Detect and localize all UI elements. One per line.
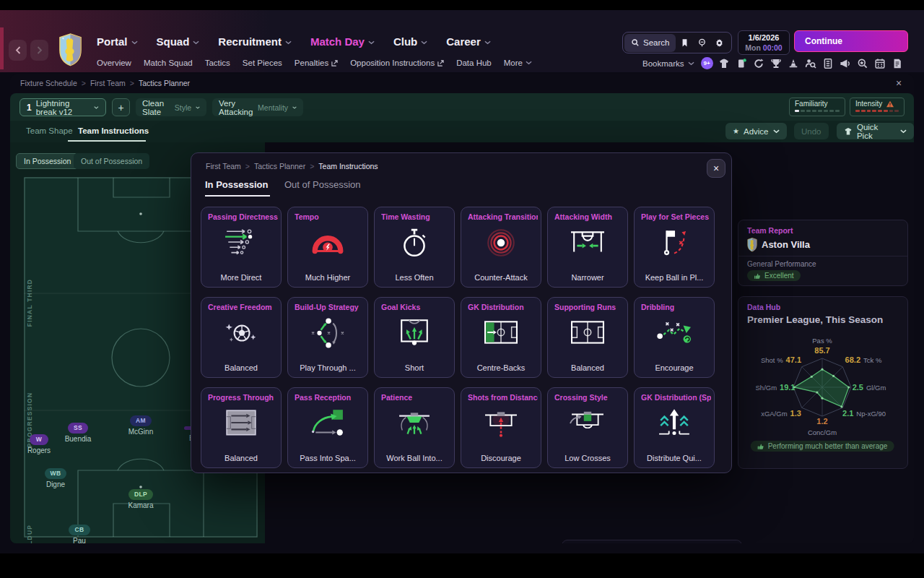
- club-crest-icon[interactable]: [58, 33, 82, 68]
- mentality-select[interactable]: Very Attacking Mentality: [212, 98, 303, 116]
- player-rogers[interactable]: WRogers: [10, 431, 71, 454]
- instruction-card-shots-distance[interactable]: Shots from DistanceDiscourage: [461, 387, 541, 468]
- breadcrumb-item-team-instructions[interactable]: Team Instructions: [318, 162, 378, 171]
- style-select[interactable]: Clean Slate Style: [136, 98, 206, 116]
- nav-item-squad[interactable]: Squad: [157, 35, 200, 48]
- subnav-item-tactics[interactable]: Tactics: [205, 59, 230, 67]
- subnav-item-more[interactable]: More: [504, 59, 532, 67]
- modal-tab-in-possession[interactable]: In Possession: [205, 179, 268, 190]
- nav-item-club[interactable]: Club: [393, 35, 427, 48]
- subnav-item-opposition-instructions[interactable]: Opposition Instructions: [350, 59, 444, 67]
- pass-reception-icon: [308, 407, 348, 443]
- data-hub-card[interactable]: Data Hub Premier League, This Season Pas…: [738, 296, 908, 469]
- tab-team-instructions[interactable]: Team Instructions: [78, 126, 149, 135]
- pitch-tab-in-possession[interactable]: In Possession: [16, 153, 79, 169]
- subnav-item-overview[interactable]: Overview: [97, 59, 131, 67]
- breadcrumb-item-first-team[interactable]: First Team: [90, 79, 126, 87]
- nav-item-career[interactable]: Career: [446, 35, 491, 48]
- subnav-item-penalties[interactable]: Penalties: [295, 59, 338, 67]
- bookmarks-dropdown[interactable]: Bookmarks: [642, 59, 694, 68]
- instruction-card-goal-kicks[interactable]: Goal KicksShort: [374, 297, 455, 378]
- assistant-icon[interactable]: [693, 38, 710, 48]
- notifications-icon[interactable]: 9+: [701, 57, 713, 69]
- subnav-item-set-pieces[interactable]: Set Pieces: [243, 59, 282, 67]
- breadcrumb-separator: >: [245, 162, 250, 171]
- player-digne[interactable]: WBDigne: [23, 465, 88, 488]
- divider: [738, 256, 907, 256]
- instruction-card-build-up[interactable]: Build-Up StrategyPlay Through ...: [287, 297, 368, 378]
- scout-icon[interactable]: [805, 57, 817, 69]
- intensity-segment: [855, 110, 860, 112]
- breadcrumb-separator: >: [310, 162, 314, 171]
- instruction-card-crossing-style[interactable]: Crossing StyleLow Crosses: [547, 387, 628, 468]
- date-display[interactable]: 1/6/2026 Mon 00:00: [738, 30, 790, 55]
- nav-item-portal[interactable]: Portal: [97, 35, 138, 48]
- close-icon[interactable]: ×: [707, 159, 725, 178]
- instruction-card-attacking-width[interactable]: Attacking WidthNarrower: [547, 207, 628, 288]
- chevron-down-icon: [193, 40, 199, 45]
- intensity-segment: [867, 110, 871, 112]
- subnav-item-data-hub[interactable]: Data Hub: [456, 59, 492, 67]
- close-icon[interactable]: ×: [892, 77, 905, 90]
- search-button[interactable]: Search: [624, 34, 676, 52]
- instruction-value: Low Crosses: [548, 454, 627, 462]
- radar-label: Shot %47.1: [761, 355, 801, 364]
- breadcrumb-item-tactics-planner[interactable]: Tactics Planner: [139, 79, 190, 87]
- instruction-card-passing-directness[interactable]: Passing DirectnessMore Direct: [201, 207, 282, 288]
- nav-item-match-day[interactable]: Match Day: [310, 35, 375, 48]
- style-label: Style: [175, 103, 191, 112]
- subnav-item-match-squad[interactable]: Match Squad: [144, 59, 193, 67]
- instruction-card-supporting-runs[interactable]: Supporting RunsBalanced: [547, 297, 628, 378]
- pitch-tab-out-of-possession[interactable]: Out of Possession: [74, 153, 149, 169]
- instruction-card-pass-reception[interactable]: Pass ReceptionPass Into Spa...: [287, 387, 368, 468]
- search-star-icon[interactable]: [857, 57, 869, 69]
- intensity-segment: [894, 110, 899, 112]
- player-pau[interactable]: CBPau: [47, 522, 112, 543]
- breadcrumb-item-tactics-planner[interactable]: Tactics Planner: [254, 162, 305, 171]
- breadcrumb-item-fixture-schedule[interactable]: Fixture Schedule: [20, 79, 77, 87]
- breadcrumb-item-first-team[interactable]: First Team: [206, 162, 241, 171]
- cone-icon[interactable]: [788, 57, 800, 69]
- add-tactic-button[interactable]: +: [112, 98, 130, 116]
- list-icon[interactable]: [822, 57, 834, 69]
- note-icon[interactable]: [892, 57, 904, 69]
- gk-distribution-speed-icon: [654, 407, 694, 443]
- instruction-card-gk-distribution-speed[interactable]: GK Distribution (SpeedDistribute Qui...: [634, 387, 715, 468]
- refresh-icon[interactable]: [753, 57, 765, 69]
- megaphone-icon[interactable]: [840, 57, 852, 69]
- instruction-card-patience[interactable]: PatienceWork Ball Into...: [374, 387, 455, 468]
- calendar-icon[interactable]: [874, 57, 886, 69]
- modal-tab-out-of-possession[interactable]: Out of Possession: [284, 179, 361, 190]
- undo-button[interactable]: Undo: [794, 123, 829, 139]
- breadcrumb[interactable]: Fixture Schedule>First Team>Tactics Plan…: [20, 79, 190, 87]
- nav-item-recruitment[interactable]: Recruitment: [218, 35, 292, 48]
- zone-label-final-third: FINAL THIRD: [26, 279, 33, 327]
- instruction-card-gk-distribution[interactable]: GK DistributionCentre-Backs: [461, 297, 541, 378]
- advice-button[interactable]: ★ Advice: [725, 123, 787, 139]
- gear-icon[interactable]: [710, 38, 728, 48]
- data-hub-subtitle: Premier League, This Season: [747, 314, 883, 325]
- shots-distance-icon: [481, 407, 521, 443]
- instruction-card-creative-freedom[interactable]: Creative FreedomBalanced: [201, 297, 282, 378]
- continue-button[interactable]: Continue: [794, 30, 908, 52]
- bookmark-icon[interactable]: [676, 38, 693, 48]
- trophy-icon[interactable]: [770, 57, 783, 69]
- quick-pick-button[interactable]: Quick Pick: [837, 123, 914, 139]
- shirt-icon[interactable]: [718, 57, 731, 69]
- card-icon[interactable]: [736, 57, 748, 69]
- instruction-card-set-pieces[interactable]: Play for Set PiecesKeep Ball in Pl...: [634, 207, 715, 288]
- player-kamara[interactable]: DLPKamara: [108, 486, 173, 509]
- instruction-card-dribbling[interactable]: DribblingEncourage: [634, 297, 715, 378]
- back-button[interactable]: [9, 40, 27, 61]
- tab-team-shape[interactable]: Team Shape: [26, 126, 73, 135]
- modal-breadcrumb[interactable]: First Team>Tactics Planner>Team Instruct…: [206, 162, 378, 171]
- crossing-style-icon: [567, 407, 608, 443]
- instruction-title: Creative Freedom: [208, 303, 278, 311]
- forward-button[interactable]: [30, 40, 48, 61]
- instruction-card-attacking-transition[interactable]: Attacking TransitionCounter-Attack: [461, 207, 541, 288]
- instruction-card-tempo[interactable]: TempoMuch Higher: [287, 207, 368, 288]
- instruction-card-progress-through[interactable]: Progress ThroughBalanced: [201, 387, 282, 468]
- team-report-card[interactable]: Team Report Aston Villa General Performa…: [738, 220, 908, 286]
- instruction-card-time-wasting[interactable]: Time WastingLess Often: [374, 207, 455, 288]
- tactic-select[interactable]: 1 Lightning break v12: [19, 98, 106, 116]
